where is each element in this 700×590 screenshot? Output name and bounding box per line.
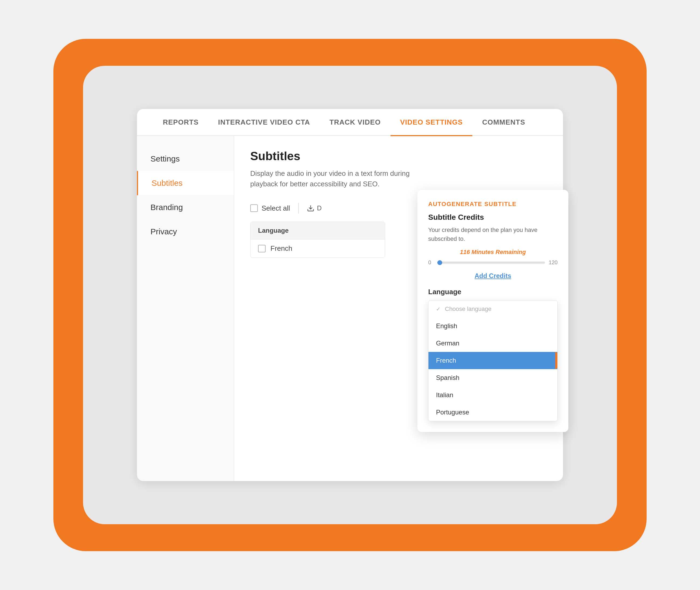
subtitle-table: Language French <box>250 222 385 258</box>
select-all-checkbox[interactable] <box>250 204 258 212</box>
progress-min: 0 <box>428 260 433 266</box>
tab-bar: REPORTS INTERACTIVE VIDEO CTA TRACK VIDE… <box>137 109 563 136</box>
dropdown-option-spanish[interactable]: Spanish <box>428 369 557 386</box>
tab-video-settings[interactable]: VIDEO SETTINGS <box>390 109 473 136</box>
content-area: Settings Subtitles Branding Privacy Subt… <box>137 136 563 481</box>
controls-divider <box>298 203 299 214</box>
dropdown-option-portuguese[interactable]: Portuguese <box>428 404 557 421</box>
progress-bar-fill <box>437 262 439 264</box>
tab-comments[interactable]: COMMENTS <box>473 109 535 136</box>
section-title: Subtitles <box>250 150 547 163</box>
scroll-indicator <box>555 352 557 369</box>
progress-row: 0 120 <box>428 260 558 266</box>
credits-desc: Your credits depend on the plan you have… <box>428 225 558 243</box>
dropdown-placeholder: ✓ Choose language <box>428 301 557 317</box>
dropdown-option-italian[interactable]: Italian <box>428 386 557 404</box>
credits-title: Subtitle Credits <box>428 213 558 222</box>
add-credits-button[interactable]: Add Credits <box>428 272 558 280</box>
table-row: French <box>251 239 385 258</box>
sidebar-item-branding[interactable]: Branding <box>137 195 234 219</box>
sidebar-item-settings[interactable]: Settings <box>137 147 234 171</box>
dropdown-option-german[interactable]: German <box>428 335 557 352</box>
tab-track-video[interactable]: TRACK VIDEO <box>320 109 390 136</box>
select-all-label[interactable]: Select all <box>250 204 290 212</box>
autogen-panel: AUTOGENERATE SUBTITLE Subtitle Credits Y… <box>417 190 569 432</box>
progress-bar-track <box>437 262 545 264</box>
autogen-title: AUTOGENERATE SUBTITLE <box>428 201 558 208</box>
credits-remaining: 116 Minutes Remaining <box>428 249 558 256</box>
outer-frame: REPORTS INTERACTIVE VIDEO CTA TRACK VIDE… <box>54 39 646 551</box>
row-checkbox-french[interactable] <box>258 245 266 253</box>
download-icon <box>307 204 314 212</box>
language-label: Language <box>428 288 558 296</box>
main-card: REPORTS INTERACTIVE VIDEO CTA TRACK VIDE… <box>137 109 563 481</box>
tab-interactive-video-cta[interactable]: INTERACTIVE VIDEO CTA <box>208 109 320 136</box>
tab-reports[interactable]: REPORTS <box>153 109 208 136</box>
dropdown-menu: ✓ Choose language English German <box>428 300 558 421</box>
main-content: Subtitles Display the audio in your vide… <box>234 136 563 481</box>
sidebar: Settings Subtitles Branding Privacy <box>137 136 234 481</box>
dropdown-option-english[interactable]: English <box>428 317 557 335</box>
inner-bg: REPORTS INTERACTIVE VIDEO CTA TRACK VIDE… <box>83 66 617 524</box>
check-icon: ✓ <box>436 306 440 312</box>
sidebar-item-subtitles[interactable]: Subtitles <box>137 171 234 195</box>
language-dropdown[interactable]: ✓ Choose language English German <box>428 300 558 421</box>
dropdown-option-french[interactable]: French <box>428 352 557 369</box>
table-header: Language <box>251 222 385 239</box>
sidebar-item-privacy[interactable]: Privacy <box>137 219 234 244</box>
download-button[interactable]: D <box>307 204 322 212</box>
section-desc: Display the audio in your video in a tex… <box>250 168 433 189</box>
progress-max: 120 <box>549 260 558 266</box>
